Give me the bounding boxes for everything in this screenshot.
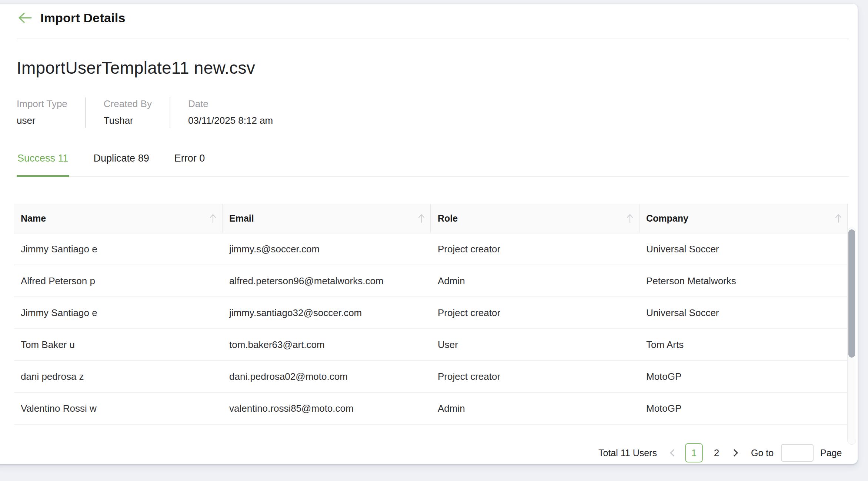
chevron-left-icon[interactable]: [670, 449, 677, 457]
meta-value: user: [17, 115, 67, 126]
sort-up-arrow-icon[interactable]: [209, 213, 217, 223]
page-header: Import Details: [17, 10, 126, 26]
tab-success-11[interactable]: Success 11: [17, 150, 69, 177]
meta-date: Date 03/11/2025 8:12 am: [170, 97, 291, 128]
cell-email: jimmy.s@soccer.com: [223, 243, 431, 255]
tab-duplicate-89[interactable]: Duplicate 89: [93, 150, 150, 177]
cell-company: Universal Soccer: [640, 243, 848, 255]
meta-label: Date: [188, 98, 273, 110]
cell-name: Alfred Peterson p: [14, 275, 223, 287]
meta-value: 03/11/2025 8:12 am: [188, 115, 273, 126]
meta-label: Import Type: [17, 98, 67, 110]
cell-name: Jimmy Santiago e: [14, 243, 223, 255]
column-header-label: Email: [229, 213, 254, 224]
table-row: Jimmy Santiago e jimmy.santiago32@soccer…: [14, 297, 848, 329]
cell-role: Admin: [431, 403, 640, 414]
total-users-text: Total 11 Users: [598, 448, 657, 458]
column-header-email[interactable]: Email: [223, 204, 431, 233]
goto-page-input[interactable]: [781, 444, 814, 462]
cell-email: alfred.peterson96@metalworks.com: [223, 275, 431, 287]
cell-role: Project creator: [431, 371, 640, 382]
cell-company: Tom Arts: [640, 339, 848, 351]
cell-company: Universal Soccer: [640, 307, 848, 319]
cell-role: Project creator: [431, 243, 640, 255]
sort-up-arrow-icon[interactable]: [835, 213, 842, 223]
page-label: Page: [820, 448, 842, 458]
column-header-label: Name: [21, 213, 46, 224]
column-header-role[interactable]: Role: [431, 204, 640, 233]
pagination-bar: Total 11 Users 12 Go to Page: [598, 442, 842, 464]
table-row: Tom Baker u tom.baker63@art.com User Tom…: [14, 329, 848, 361]
table-scrollbar[interactable]: [847, 228, 856, 445]
table-row: Alfred Peterson p alfred.peterson96@meta…: [14, 265, 848, 297]
result-tabs: Success 11Duplicate 89Error 0: [17, 150, 849, 177]
meta-import-type: Import Type user: [17, 97, 85, 128]
cell-name: Jimmy Santiago e: [14, 307, 223, 319]
back-button[interactable]: [17, 10, 33, 26]
table-row: dani pedrosa z dani.pedrosa02@moto.com P…: [14, 361, 848, 393]
cell-role: Project creator: [431, 307, 640, 319]
cell-email: tom.baker63@art.com: [223, 339, 431, 351]
cell-role: Admin: [431, 275, 640, 287]
goto-label: Go to: [751, 448, 774, 458]
column-header-company[interactable]: Company: [640, 204, 848, 233]
page-number-2[interactable]: 2: [710, 443, 723, 462]
file-name: ImportUserTemplate11 new.csv: [17, 58, 255, 78]
chevron-right-icon[interactable]: [731, 449, 738, 457]
header-divider: [17, 39, 849, 39]
table-header-row: Name Email Role Company: [14, 204, 848, 233]
sort-up-arrow-icon[interactable]: [626, 213, 634, 223]
column-header-label: Company: [646, 213, 688, 224]
cell-email: jimmy.santiago32@soccer.com: [223, 307, 431, 319]
cell-name: Valentino Rossi w: [14, 403, 223, 414]
column-header-label: Role: [438, 213, 458, 224]
column-header-name[interactable]: Name: [14, 204, 223, 233]
tab-error-0[interactable]: Error 0: [174, 150, 206, 177]
cell-company: Peterson Metalworks: [640, 275, 848, 287]
meta-label: Created By: [104, 98, 152, 110]
cell-company: MotoGP: [640, 403, 848, 414]
table-body: Jimmy Santiago e jimmy.s@soccer.com Proj…: [14, 233, 848, 425]
page-numbers: 12: [681, 443, 727, 462]
meta-created-by: Created By Tushar: [86, 97, 170, 128]
meta-value: Tushar: [104, 115, 152, 126]
sort-up-arrow-icon[interactable]: [418, 213, 425, 223]
cell-name: dani pedrosa z: [14, 371, 223, 382]
table-row: Valentino Rossi w valentino.rossi85@moto…: [14, 393, 848, 425]
cell-company: MotoGP: [640, 371, 848, 382]
page-title: Import Details: [40, 11, 126, 25]
file-meta: Import Type user Created By Tushar Date …: [17, 97, 291, 128]
cell-email: valentino.rossi85@moto.com: [223, 403, 431, 414]
cell-name: Tom Baker u: [14, 339, 223, 351]
cell-email: dani.pedrosa02@moto.com: [223, 371, 431, 382]
cell-role: User: [431, 339, 640, 351]
users-table: Name Email Role Company Jimmy Santiag: [14, 204, 848, 425]
page-number-1[interactable]: 1: [685, 443, 703, 462]
scrollbar-thumb[interactable]: [848, 229, 855, 358]
back-arrow-icon: [17, 11, 33, 24]
table-row: Jimmy Santiago e jimmy.s@soccer.com Proj…: [14, 233, 848, 265]
